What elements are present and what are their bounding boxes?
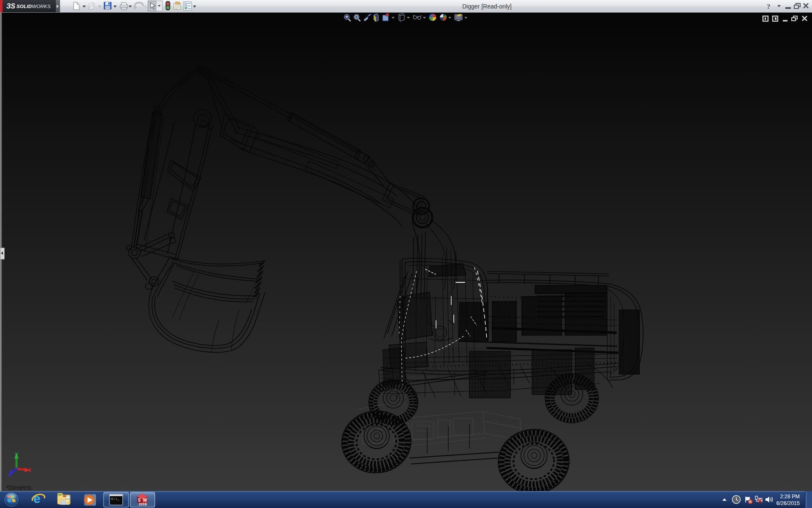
svg-text:e: e [33,491,41,505]
svg-text:2:28 PM: 2:28 PM [780,494,800,500]
svg-text:C:\_: C:\_ [111,497,119,501]
svg-text:2015: 2015 [139,502,147,506]
svg-text:6/26/2015: 6/26/2015 [776,500,800,506]
svg-text:?: ? [767,3,771,11]
